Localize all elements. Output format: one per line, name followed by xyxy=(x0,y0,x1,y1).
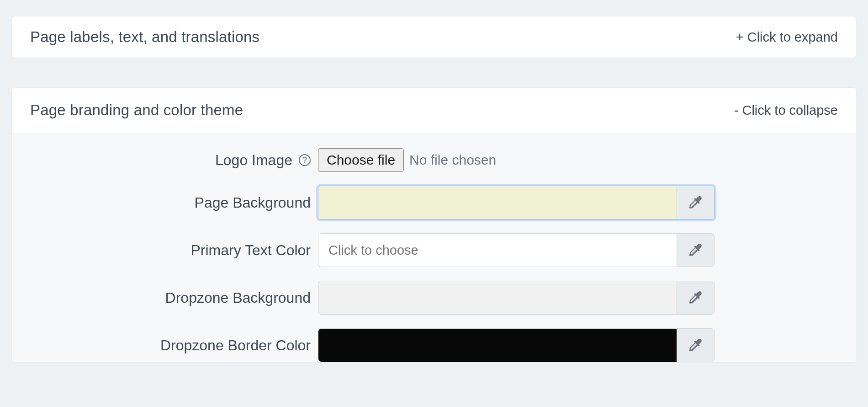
panel-page-labels: Page labels, text, and translations + Cl… xyxy=(12,16,856,58)
color-field-dropzone-border xyxy=(318,328,715,362)
label-text-logo: Logo Image xyxy=(215,152,292,169)
eyedropper-icon xyxy=(689,244,702,257)
control-page-background xyxy=(318,186,715,220)
color-field-dropzone-bg xyxy=(318,281,715,315)
eyedropper-icon xyxy=(689,339,702,352)
eyedropper-button-dropzone-border[interactable] xyxy=(677,329,714,362)
panel-title-branding: Page branding and color theme xyxy=(30,102,243,119)
eyedropper-button-primary[interactable] xyxy=(677,234,714,267)
row-dropzone-background: Dropzone Background xyxy=(12,281,856,315)
label-primary-text-color: Primary Text Color xyxy=(12,242,318,259)
panel-branding: Page branding and color theme - Click to… xyxy=(12,88,856,362)
row-primary-text-color: Primary Text Color xyxy=(12,233,856,267)
expand-toggle[interactable]: + Click to expand xyxy=(736,30,838,45)
file-status: No file chosen xyxy=(404,152,496,168)
label-dropzone-background: Dropzone Background xyxy=(12,289,318,306)
panel-header-branding[interactable]: Page branding and color theme - Click to… xyxy=(12,88,856,133)
eyedropper-icon xyxy=(689,291,702,304)
color-input-dropzone-bg[interactable] xyxy=(318,281,677,314)
color-input-page-background[interactable] xyxy=(318,186,677,219)
collapse-toggle[interactable]: - Click to collapse xyxy=(734,103,838,118)
file-input-area: Choose file No file chosen xyxy=(318,148,496,172)
choose-file-button[interactable]: Choose file xyxy=(318,148,404,172)
eyedropper-icon xyxy=(689,196,702,209)
eyedropper-button-dropzone-bg[interactable] xyxy=(677,281,714,314)
eyedropper-button-page-bg[interactable] xyxy=(677,186,714,219)
panel-body-branding: Logo Image ? Choose file No file chosen … xyxy=(12,133,856,362)
row-page-background: Page Background xyxy=(12,186,856,220)
color-field-primary-text xyxy=(318,233,715,267)
panel-header-labels[interactable]: Page labels, text, and translations + Cl… xyxy=(12,16,856,58)
color-field-page-background xyxy=(318,186,715,220)
row-logo-image: Logo Image ? Choose file No file chosen xyxy=(12,148,856,172)
color-input-primary-text[interactable] xyxy=(318,234,677,267)
control-dropzone-bg xyxy=(318,281,715,315)
control-dropzone-border xyxy=(318,328,715,362)
label-dropzone-border: Dropzone Border Color xyxy=(12,337,318,354)
help-icon[interactable]: ? xyxy=(299,154,311,166)
control-primary-text xyxy=(318,233,715,267)
panel-title-labels: Page labels, text, and translations xyxy=(30,28,259,46)
label-page-background: Page Background xyxy=(12,194,318,211)
label-text-dropzone-border: Dropzone Border Color xyxy=(160,337,311,354)
label-text-dropzone-bg: Dropzone Background xyxy=(165,289,311,306)
row-dropzone-border: Dropzone Border Color xyxy=(12,328,856,362)
label-logo-image: Logo Image ? xyxy=(12,152,318,169)
color-input-dropzone-border[interactable] xyxy=(318,329,677,362)
label-text-primary: Primary Text Color xyxy=(191,242,311,259)
label-text-page-bg: Page Background xyxy=(195,194,311,211)
